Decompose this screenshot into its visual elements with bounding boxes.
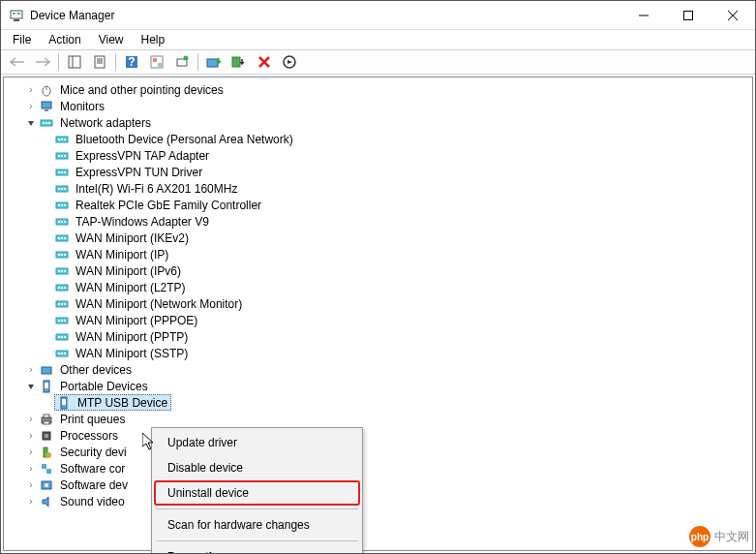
show-hide-tree-button[interactable] [63,51,86,73]
svg-rect-65 [58,270,60,272]
tree-item-mice[interactable]: › Mice and other pointing devices [4,81,752,98]
update-driver-button[interactable] [202,51,226,73]
tree-item-security-devices[interactable]: › Security devi [4,444,752,460]
menu-file[interactable]: File [5,31,39,48]
network-adapter-icon [54,198,70,213]
device-label: ExpressVPN TAP Adapter [74,149,211,163]
help-button[interactable]: ? [120,51,143,73]
svg-rect-94 [44,415,49,417]
svg-rect-67 [64,270,66,272]
tree-item-network-child[interactable]: WAN Miniport (IKEv2) [4,230,752,246]
tree-item-network-child[interactable]: WAN Miniport (IP) [4,246,752,262]
svg-rect-66 [61,270,63,272]
tree-item-network-child[interactable]: WAN Miniport (Network Monitor) [4,295,752,312]
device-label: WAN Miniport (SSTP) [74,347,190,360]
svg-rect-92 [62,399,66,405]
svg-rect-17 [153,58,157,62]
tree-item-network-child[interactable]: WAN Miniport (PPTP) [4,328,752,345]
tree-item-network-child[interactable]: Intel(R) Wi-Fi 6 AX201 160MHz [4,180,752,197]
svg-rect-39 [64,155,66,157]
svg-text:?: ? [128,55,135,69]
action-button[interactable] [145,51,168,73]
tree-item-network-child[interactable]: WAN Miniport (SSTP) [4,345,752,361]
ctx-uninstall-device[interactable]: Uninstall device [154,480,360,506]
expand-icon[interactable]: › [25,84,37,96]
tree-item-software-devices[interactable]: › Software dev [4,477,752,493]
tree-item-mtp-usb-device[interactable]: MTP USB Device [4,394,752,411]
svg-rect-79 [64,320,66,322]
tree-item-network-child[interactable]: WAN Miniport (IPv6) [4,262,752,279]
menu-view[interactable]: View [91,31,132,48]
tree-item-network-child[interactable]: WAN Miniport (PPPOE) [4,312,752,328]
expand-icon[interactable]: › [25,479,37,491]
network-adapter-icon [54,296,70,312]
network-adapter-icon [54,263,70,279]
enable-device-button[interactable] [278,51,301,73]
svg-rect-63 [64,254,66,256]
uninstall-device-button[interactable] [253,51,276,73]
svg-rect-35 [64,138,66,140]
svg-rect-49 [58,204,60,206]
other-icon [39,362,54,378]
sound-icon [39,494,54,509]
back-button[interactable] [6,51,29,73]
tree-item-sound[interactable]: › Sound video [4,493,752,509]
tree-item-network-child[interactable]: WAN Miniport (L2TP) [4,279,752,295]
svg-rect-74 [61,303,63,305]
tree-item-monitors[interactable]: › Monitors [4,98,752,114]
portable-icon [56,395,72,411]
device-tree[interactable]: › Mice and other pointing devices › Moni… [4,77,752,513]
network-adapter-icon [54,214,70,230]
tree-item-network-child[interactable]: Bluetooth Device (Personal Area Network) [4,131,752,147]
svg-rect-100 [42,464,46,469]
svg-rect-2 [13,13,15,15]
tree-item-network-child[interactable]: TAP-Windows Adapter V9 [4,213,752,230]
toolbar-separator [197,53,198,71]
cpu-icon [39,428,54,444]
svg-rect-37 [58,155,60,157]
svg-rect-54 [61,221,63,223]
network-adapter-icon [54,231,70,246]
expand-icon[interactable]: › [25,101,37,112]
scan-hardware-button[interactable] [170,51,194,73]
tree-item-network-child[interactable]: ExpressVPN TUN Driver [4,164,752,180]
tree-item-network-child[interactable]: Realtek PCIe GbE Family Controller [4,197,752,213]
collapse-icon[interactable] [25,381,37,392]
minimize-button[interactable] [621,1,666,30]
device-tree-pane: › Mice and other pointing devices › Moni… [3,77,753,551]
tree-item-network-adapters[interactable]: Network adapters [4,114,752,131]
tree-item-software-components[interactable]: › Software cor [4,460,752,477]
tree-item-processors[interactable]: › Processors [4,427,752,444]
svg-rect-45 [58,188,60,190]
network-adapter-icon [54,329,70,345]
expand-icon[interactable]: › [25,364,37,376]
ctx-properties[interactable]: Properties [154,544,360,554]
ctx-disable-device[interactable]: Disable device [154,455,360,480]
ctx-update-driver[interactable]: Update driver [154,430,360,455]
disable-device-button[interactable] [227,51,251,73]
maximize-button[interactable] [666,1,711,30]
svg-rect-33 [58,138,60,140]
device-label: WAN Miniport (PPTP) [74,330,190,344]
expand-icon[interactable]: › [25,430,37,442]
forward-button[interactable] [31,51,54,73]
security-icon [39,445,54,460]
expand-icon[interactable]: › [25,496,37,508]
tree-item-portable-devices[interactable]: Portable Devices [4,378,752,394]
tree-item-other-devices[interactable]: › Other devices [4,361,752,378]
menu-help[interactable]: Help [134,31,173,48]
tree-item-network-child[interactable]: ExpressVPN TAP Adapter [4,147,752,164]
close-button[interactable] [711,1,755,30]
svg-rect-5 [684,11,693,19]
menu-action[interactable]: Action [41,31,88,48]
tree-item-print-queues[interactable]: › Print queues [4,411,752,427]
ctx-scan-hardware[interactable]: Scan for hardware changes [154,512,360,538]
properties-button[interactable] [88,51,111,73]
expand-icon[interactable]: › [25,414,37,425]
collapse-icon[interactable] [25,117,37,129]
device-label: WAN Miniport (Network Monitor) [74,297,244,311]
device-label: WAN Miniport (IKEv2) [74,231,191,245]
network-adapter-icon [54,247,70,262]
expand-icon[interactable]: › [25,463,37,475]
expand-icon[interactable]: › [25,446,37,458]
